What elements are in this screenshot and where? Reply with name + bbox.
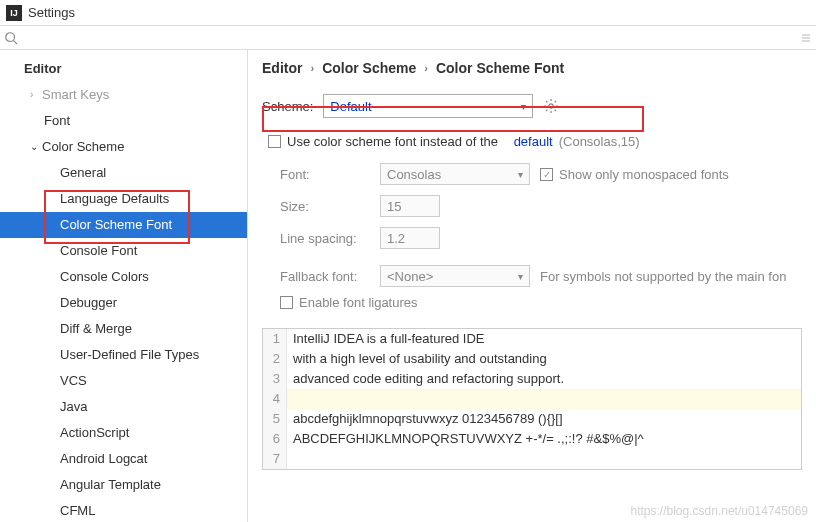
sidebar-item-console-colors[interactable]: Console Colors <box>0 264 247 290</box>
fallback-value: <None> <box>387 269 433 284</box>
sidebar-item-actionscript[interactable]: ActionScript <box>0 420 247 446</box>
font-preview: 1IntelliJ IDEA is a full-featured IDE 2w… <box>262 328 802 470</box>
svg-line-1 <box>14 40 18 44</box>
chevron-down-icon: ⌄ <box>30 137 42 157</box>
spacing-input[interactable]: 1.2 <box>380 227 440 249</box>
search-input[interactable] <box>20 28 800 48</box>
watermark: https://blog.csdn.net/u014745069 <box>631 504 808 518</box>
use-scheme-font-label: Use color scheme font instead of the <box>287 134 498 149</box>
font-label: Font: <box>280 167 380 182</box>
ligatures-checkbox[interactable] <box>280 296 293 309</box>
sidebar-item-color-scheme[interactable]: ⌄Color Scheme <box>0 134 247 160</box>
search-icon <box>4 31 18 45</box>
titlebar: IJ Settings <box>0 0 816 26</box>
line-number: 7 <box>263 449 287 469</box>
sidebar-item-label: Smart Keys <box>42 85 109 105</box>
sidebar-item-console-font[interactable]: Console Font <box>0 238 247 264</box>
default-detail: (Consolas,15) <box>559 134 640 149</box>
preview-line: abcdefghijklmnopqrstuvwxyz 0123456789 ()… <box>287 409 563 429</box>
preview-line: advanced code editing and refactoring su… <box>287 369 564 389</box>
breadcrumb-editor[interactable]: Editor <box>262 60 302 76</box>
sidebar-item-debugger[interactable]: Debugger <box>0 290 247 316</box>
fallback-select[interactable]: <None>▾ <box>380 265 530 287</box>
ligatures-label: Enable font ligatures <box>299 295 418 310</box>
scheme-label: Scheme: <box>262 99 313 114</box>
sidebar-item-cfml[interactable]: CFML <box>0 498 247 522</box>
chevron-right-icon: › <box>424 62 428 74</box>
sidebar-item-diff-merge[interactable]: Diff & Merge <box>0 316 247 342</box>
sidebar-item-smart-keys[interactable]: ›Smart Keys <box>0 82 247 108</box>
preview-line <box>287 389 293 409</box>
app-icon: IJ <box>6 5 22 21</box>
line-number: 2 <box>263 349 287 369</box>
font-select[interactable]: Consolas▾ <box>380 163 530 185</box>
sidebar-item-lang-defaults[interactable]: Language Defaults <box>0 186 247 212</box>
preview-line: IntelliJ IDEA is a full-featured IDE <box>287 329 484 349</box>
chevron-down-icon: ▾ <box>521 101 526 112</box>
chevron-right-icon: › <box>30 85 42 105</box>
line-number: 5 <box>263 409 287 429</box>
line-number: 6 <box>263 429 287 449</box>
svg-point-0 <box>6 32 15 41</box>
expand-icon[interactable] <box>800 32 812 44</box>
sidebar-item-font[interactable]: Font <box>0 108 247 134</box>
sidebar-item-vcs[interactable]: VCS <box>0 368 247 394</box>
line-number: 1 <box>263 329 287 349</box>
sidebar-item-label: Color Scheme <box>42 137 124 157</box>
font-value: Consolas <box>387 167 441 182</box>
breadcrumb: Editor › Color Scheme › Color Scheme Fon… <box>262 60 802 76</box>
sidebar-item-color-scheme-font[interactable]: Color Scheme Font <box>0 212 247 238</box>
size-value: 15 <box>387 199 401 214</box>
preview-line: ABCDEFGHIJKLMNOPQRSTUVWXYZ +-*/= .,;:!? … <box>287 429 644 449</box>
chevron-right-icon: › <box>310 62 314 74</box>
size-input[interactable]: 15 <box>380 195 440 217</box>
preview-line: with a high level of usability and outst… <box>287 349 547 369</box>
sidebar: Editor ›Smart Keys Font ⌄Color Scheme Ge… <box>0 50 248 522</box>
svg-point-2 <box>549 104 553 108</box>
chevron-down-icon: ▾ <box>518 271 523 282</box>
content-panel: Editor › Color Scheme › Color Scheme Fon… <box>248 50 816 522</box>
preview-line <box>287 449 293 469</box>
breadcrumb-color-scheme-font: Color Scheme Font <box>436 60 564 76</box>
sidebar-item-user-defined[interactable]: User-Defined File Types <box>0 342 247 368</box>
spacing-value: 1.2 <box>387 231 405 246</box>
fallback-hint: For symbols not supported by the main fo… <box>540 269 802 284</box>
scheme-value: Default <box>330 99 371 114</box>
sidebar-item-general[interactable]: General <box>0 160 247 186</box>
sidebar-item-editor[interactable]: Editor <box>0 56 247 82</box>
spacing-label: Line spacing: <box>280 231 380 246</box>
window-title: Settings <box>28 5 75 20</box>
use-scheme-font-checkbox[interactable] <box>268 135 281 148</box>
line-number: 4 <box>263 389 287 409</box>
mono-only-checkbox[interactable] <box>540 168 553 181</box>
chevron-down-icon: ▾ <box>518 169 523 180</box>
mono-only-label: Show only monospaced fonts <box>559 167 729 182</box>
line-number: 3 <box>263 369 287 389</box>
search-bar[interactable] <box>0 26 816 50</box>
size-label: Size: <box>280 199 380 214</box>
sidebar-item-java[interactable]: Java <box>0 394 247 420</box>
default-link[interactable]: default <box>514 134 553 149</box>
sidebar-item-android-logcat[interactable]: Android Logcat <box>0 446 247 472</box>
sidebar-item-angular-template[interactable]: Angular Template <box>0 472 247 498</box>
fallback-label: Fallback font: <box>280 269 380 284</box>
breadcrumb-color-scheme[interactable]: Color Scheme <box>322 60 416 76</box>
scheme-select[interactable]: Default ▾ <box>323 94 533 118</box>
gear-icon[interactable] <box>543 98 559 114</box>
